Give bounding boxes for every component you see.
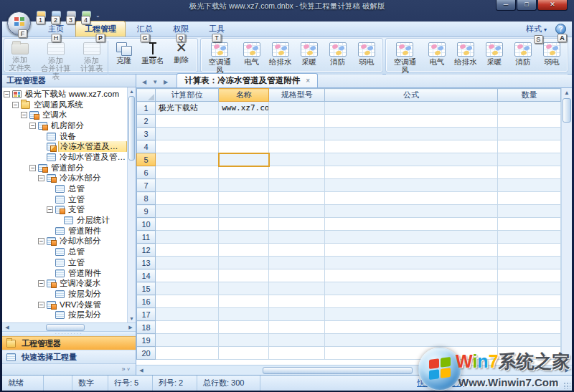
- grid-cell[interactable]: [497, 347, 560, 360]
- grid-cell[interactable]: [156, 140, 219, 153]
- tab-nav-prev-icon[interactable]: ◀: [139, 79, 149, 87]
- grid-cell[interactable]: [219, 218, 269, 231]
- grid-cell[interactable]: [497, 244, 560, 257]
- row-header[interactable]: 3: [137, 128, 156, 140]
- column-header-规格型号[interactable]: 规格型号: [269, 89, 325, 102]
- grid-cell[interactable]: [497, 334, 560, 347]
- tree-item[interactable]: 按层划分: [4, 310, 127, 320]
- tree-horizontal-scrollbar[interactable]: ◀ ▶: [2, 322, 136, 331]
- grid-cell[interactable]: [219, 205, 269, 218]
- expand-box-icon[interactable]: −: [38, 238, 44, 244]
- grid-cell[interactable]: [156, 218, 219, 231]
- tree-item[interactable]: −空调水: [4, 110, 127, 120]
- grid-cell[interactable]: [325, 347, 497, 360]
- grid-cell[interactable]: [219, 179, 269, 192]
- ribbon-button[interactable]: 添加 合并计算表: [34, 39, 77, 80]
- maximize-button[interactable]: □: [517, 0, 537, 11]
- scroll-down-icon[interactable]: ▼: [128, 316, 136, 321]
- grid-cell[interactable]: [269, 166, 325, 179]
- grid-cell[interactable]: [269, 257, 325, 269]
- grid-cell[interactable]: [325, 269, 497, 282]
- tree-item[interactable]: 设备: [4, 131, 127, 142]
- expand-box-icon[interactable]: −: [38, 302, 44, 308]
- grid-cell[interactable]: [156, 257, 219, 269]
- grid-cell[interactable]: [219, 128, 269, 140]
- qat-button-2[interactable]: 2: [50, 11, 62, 21]
- grid-cell[interactable]: [219, 140, 269, 153]
- grid-cell[interactable]: [156, 282, 219, 295]
- grid-cell[interactable]: [156, 244, 219, 257]
- grid-cell[interactable]: [325, 282, 497, 295]
- panel-overflow-band[interactable]: » ˅: [2, 363, 136, 375]
- grid-cell[interactable]: [219, 244, 269, 257]
- grid-cell[interactable]: [497, 295, 560, 308]
- grid-corner-cell[interactable]: [137, 89, 156, 102]
- grid-cell[interactable]: [219, 269, 269, 282]
- row-header[interactable]: 10: [137, 218, 156, 231]
- close-button[interactable]: ✕: [537, 0, 568, 11]
- grid-cell[interactable]: [219, 153, 269, 166]
- row-header[interactable]: 13: [137, 257, 156, 269]
- grid-cell[interactable]: [269, 321, 325, 334]
- row-header[interactable]: 1: [137, 102, 156, 115]
- grid-cell[interactable]: [497, 218, 560, 231]
- ribbon-button[interactable]: 给排水: [451, 39, 480, 74]
- style-button[interactable]: 样式 ▾ S: [523, 23, 550, 35]
- tree-item[interactable]: 管道附件: [4, 268, 127, 279]
- row-header[interactable]: 4: [137, 140, 156, 153]
- resize-grip[interactable]: [563, 382, 570, 389]
- grid-cell[interactable]: [497, 321, 560, 334]
- row-header[interactable]: 9: [137, 205, 156, 218]
- row-header[interactable]: 5: [137, 153, 156, 166]
- grid-cell[interactable]: [497, 231, 560, 244]
- grid-cell[interactable]: [497, 179, 560, 192]
- grid-cell[interactable]: [156, 115, 219, 128]
- grid-cell[interactable]: [497, 282, 560, 295]
- minimize-button[interactable]: ─: [496, 0, 516, 11]
- grid-cell[interactable]: [269, 334, 325, 347]
- grid-cell[interactable]: [156, 231, 219, 244]
- grid-cell[interactable]: [269, 269, 325, 282]
- grid-cell[interactable]: [325, 179, 497, 192]
- tree-vscroll-thumb[interactable]: [128, 96, 135, 161]
- grid-cell[interactable]: [219, 334, 269, 347]
- tab-nav-next-icon[interactable]: ▶: [161, 79, 171, 87]
- qat-button-1[interactable]: 1: [35, 11, 47, 21]
- grid-cell[interactable]: [497, 128, 560, 140]
- tree-item[interactable]: 立管: [4, 257, 127, 268]
- chevron-down-icon[interactable]: ˅: [127, 367, 130, 372]
- expand-box-icon[interactable]: −: [29, 165, 36, 171]
- grid-cell[interactable]: [325, 153, 497, 166]
- grid-cell[interactable]: www.xz7.com: [219, 102, 269, 115]
- grid-cell[interactable]: [269, 102, 325, 115]
- tree-item[interactable]: 管道附件: [4, 226, 127, 236]
- grid-cell[interactable]: [219, 295, 269, 308]
- grid-cell[interactable]: [269, 153, 325, 166]
- column-header-公式[interactable]: 公式: [325, 89, 497, 102]
- sheet-tab[interactable]: 计算表：冷冻水管道及管道附件 ×: [177, 73, 318, 87]
- ribbon-button[interactable]: 弱电: [537, 39, 566, 74]
- expand-box-icon[interactable]: −: [29, 123, 36, 129]
- ribbon-tab-T[interactable]: 工具T: [200, 21, 233, 37]
- grid-cell[interactable]: [325, 115, 497, 128]
- grid-cell[interactable]: [497, 205, 560, 218]
- tree-item[interactable]: 总管: [4, 183, 127, 194]
- ribbon-tab-G[interactable]: 汇总G: [128, 21, 161, 37]
- tree-item[interactable]: −空调冷凝水: [4, 278, 127, 289]
- column-header-名称[interactable]: 名称: [219, 89, 269, 102]
- tree-item[interactable]: −空调通风系统: [4, 100, 127, 110]
- scroll-right-icon[interactable]: ▶: [562, 368, 572, 373]
- grid-cell[interactable]: [219, 231, 269, 244]
- office-button[interactable]: F: [7, 11, 31, 35]
- scroll-up-icon[interactable]: ▲: [562, 90, 572, 96]
- row-header[interactable]: 6: [137, 166, 156, 179]
- tree-item[interactable]: 立管: [4, 194, 127, 205]
- grid-cell[interactable]: [156, 153, 219, 166]
- help-button[interactable]: ? A: [555, 24, 566, 34]
- grid-cell[interactable]: [497, 257, 560, 269]
- grid-hscroll-thumb[interactable]: [263, 367, 412, 374]
- tree-hscroll-thumb[interactable]: [46, 324, 85, 331]
- ribbon-tab-Q[interactable]: 权限Q: [164, 21, 197, 37]
- tree-item[interactable]: −极光下载站 www.xz7.com: [4, 89, 127, 100]
- grid-cell[interactable]: [325, 295, 497, 308]
